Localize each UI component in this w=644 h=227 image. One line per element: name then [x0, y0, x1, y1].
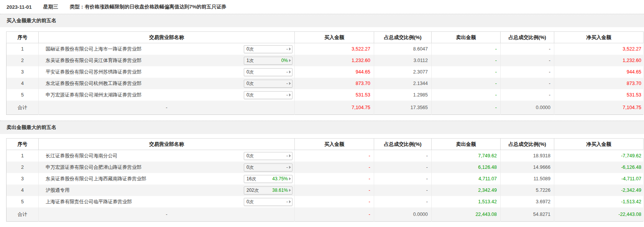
- broker-name-wrap: 沪股通专用202次38.61%: [46, 186, 292, 194]
- column-header-sell-amount: 卖出金额: [432, 139, 501, 150]
- broker-name-cell: 东北证券股份有限公司杭州教工路证券营业部0次-: [39, 78, 295, 89]
- cell-sell-amount: -: [432, 55, 501, 66]
- sell-top5-table-body: 1长江证券股份有限公司海南分公司0次---7,749.6218.9318-7,7…: [7, 150, 644, 222]
- history-count-label: 1次: [246, 57, 254, 64]
- row-index: 合计: [7, 207, 39, 222]
- cell-buy-amount: 1,232.60: [295, 55, 374, 66]
- broker-name-cell: 沪股通专用202次38.61%: [39, 185, 295, 196]
- cell-net-amount: -22,443.08: [554, 207, 644, 222]
- history-count-button[interactable]: 202次38.61%: [244, 186, 292, 194]
- row-index: 4: [7, 185, 39, 196]
- row-index: 2: [7, 55, 39, 66]
- cell-net-amount: 531.53: [554, 89, 644, 101]
- cell-sell-amount: -: [432, 78, 501, 89]
- broker-name: 平安证券股份有限公司苏州苏绣路证券营业部: [46, 69, 141, 75]
- broker-name-wrap: 国融证券股份有限公司上海市一路证券营业部0次-: [46, 45, 292, 53]
- history-rate-label: -: [286, 153, 288, 158]
- cell-net-amount: 3,522.27: [554, 43, 644, 55]
- table-row: 2东吴证券股份有限公司吴江体育路证券营业部1次0%1,232.603.0112-…: [7, 55, 644, 66]
- table-header-row: 序号 交易营业部名称 买入金额 占总成交比例(%) 卖出金额 占总成交比例(%)…: [7, 139, 644, 150]
- cell-net-amount: -7,749.62: [554, 150, 644, 162]
- expand-arrow-icon: [289, 177, 291, 180]
- broker-name-wrap: 长江证券股份有限公司海南分公司0次-: [46, 152, 292, 160]
- cell-sell-pct: 3.6972: [501, 196, 554, 207]
- cell-buy-pct: 1.2985: [374, 89, 432, 101]
- broker-name-wrap: 申万宏源证券有限公司合肥潜山路证券营业部0次-: [46, 163, 292, 171]
- cell-sell-pct: -: [501, 55, 554, 66]
- broker-name: 东吴证券股份有限公司吴江体育路证券营业部: [46, 57, 141, 64]
- date-header-bar: 2023-11-01 星期三 类型：有价格涨跌幅限制的日收盘价格跌幅偏离值达到7…: [0, 0, 644, 14]
- expand-arrow-icon: [289, 82, 291, 85]
- cell-buy-pct: 2.3077: [374, 66, 432, 78]
- history-rate-label: 0%: [281, 58, 288, 63]
- history-count-label: 0次: [246, 46, 254, 52]
- row-index: 4: [7, 78, 39, 89]
- buy-top5-table: 序号 交易营业部名称 买入金额 占总成交比例(%) 卖出金额 占总成交比例(%)…: [6, 31, 644, 115]
- history-count-button[interactable]: 0次-: [244, 163, 292, 171]
- cell-buy-amount: -: [295, 150, 374, 162]
- cell-buy-amount: 7,104.75: [295, 101, 374, 115]
- broker-name-wrap: 东北证券股份有限公司杭州教工路证券营业部0次-: [46, 80, 292, 88]
- sell-top5-table-wrap: 序号 交易营业部名称 买入金额 占总成交比例(%) 卖出金额 占总成交比例(%)…: [6, 138, 644, 222]
- cell-sell-pct: 54.8271: [501, 207, 554, 222]
- cell-buy-amount: -: [295, 173, 374, 185]
- table-row: 2申万宏源证券有限公司合肥潜山路证券营业部0次---6,126.4814.966…: [7, 162, 644, 173]
- cell-buy-pct: -: [374, 162, 432, 173]
- cell-sell-amount: 7,749.62: [432, 150, 501, 162]
- row-index: 5: [7, 89, 39, 101]
- cell-buy-amount: -: [295, 185, 374, 196]
- history-rate-label: -: [286, 165, 288, 170]
- history-rate-label: -: [286, 81, 288, 86]
- expand-arrow-icon: [289, 200, 291, 203]
- expand-arrow-icon: [289, 47, 291, 51]
- column-header-index: 序号: [7, 139, 39, 150]
- history-count-button[interactable]: 0次-: [244, 91, 292, 99]
- history-count-button[interactable]: 0次-: [244, 152, 292, 160]
- buy-top5-table-body: 1国融证券股份有限公司上海市一路证券营业部0次-3,522.278.6047--…: [7, 43, 644, 115]
- column-header-buy-pct: 占总成交比例(%): [374, 32, 432, 43]
- type-text: 类型：有价格涨跌幅限制的日收盘价格跌幅偏离值达到7%的前五只证券: [70, 3, 227, 10]
- sell-top5-table: 序号 交易营业部名称 买入金额 占总成交比例(%) 卖出金额 占总成交比例(%)…: [6, 138, 644, 222]
- history-count-button[interactable]: 0次-: [244, 68, 292, 76]
- history-count-button[interactable]: 0次-: [244, 45, 292, 53]
- expand-arrow-icon: [289, 154, 291, 157]
- cell-buy-pct: 3.0112: [374, 55, 432, 66]
- broker-name: 上海证券有限责任公司临平路证券营业部: [46, 199, 132, 205]
- cell-buy-amount: 531.53: [295, 89, 374, 101]
- row-index: 3: [7, 173, 39, 185]
- cell-sell-pct: -: [501, 78, 554, 89]
- history-count-label: 0次: [246, 80, 254, 87]
- history-count-button[interactable]: 0次-: [244, 198, 292, 206]
- column-header-sell-amount: 卖出金额: [432, 32, 501, 43]
- weekday-text: 星期三: [43, 3, 58, 10]
- history-count-button[interactable]: 16次43.75%: [244, 175, 292, 183]
- expand-arrow-icon: [289, 59, 291, 62]
- history-count-label: 16次: [246, 176, 256, 182]
- buy-top5-table-wrap: 序号 交易营业部名称 买入金额 占总成交比例(%) 卖出金额 占总成交比例(%)…: [6, 31, 644, 115]
- cell-buy-pct: 0.0000: [374, 207, 432, 222]
- table-row: 5申万宏源证券有限公司湖州太湖路证券营业部0次-531.531.2985--53…: [7, 89, 644, 101]
- broker-name: 东北证券股份有限公司杭州教工路证券营业部: [46, 80, 141, 87]
- expand-arrow-icon: [289, 166, 291, 169]
- cell-net-amount: -4,711.07: [554, 173, 644, 185]
- cell-sell-amount: -: [432, 43, 501, 55]
- column-header-sell-pct: 占总成交比例(%): [501, 139, 554, 150]
- broker-name-cell: -: [39, 207, 295, 222]
- cell-net-amount: 873.70: [554, 78, 644, 89]
- history-count-button[interactable]: 0次-: [244, 80, 292, 88]
- broker-name-wrap: 东吴证券股份有限公司吴江体育路证券营业部1次0%: [46, 57, 292, 65]
- history-count-label: 0次: [246, 92, 254, 98]
- history-count-button[interactable]: 1次0%: [244, 57, 292, 65]
- broker-name-wrap: 申万宏源证券有限公司湖州太湖路证券营业部0次-: [46, 91, 292, 99]
- cell-net-amount: 944.65: [554, 66, 644, 78]
- cell-net-amount: -6,126.48: [554, 162, 644, 173]
- broker-name-cell: 上海证券有限责任公司临平路证券营业部0次-: [39, 196, 295, 207]
- cell-sell-pct: 5.7226: [501, 185, 554, 196]
- table-row: 3东吴证券股份有限公司上海西藏南路证券营业部16次43.75%--4,711.0…: [7, 173, 644, 185]
- section-title-sell: 卖出金额最大的前五名: [0, 121, 644, 134]
- column-header-sell-pct: 占总成交比例(%): [501, 32, 554, 43]
- cell-buy-pct: 2.1344: [374, 78, 432, 89]
- broker-name-cell: 申万宏源证券有限公司湖州太湖路证券营业部0次-: [39, 89, 295, 101]
- cell-sell-pct: -: [501, 43, 554, 55]
- cell-sell-pct: 18.9318: [501, 150, 554, 162]
